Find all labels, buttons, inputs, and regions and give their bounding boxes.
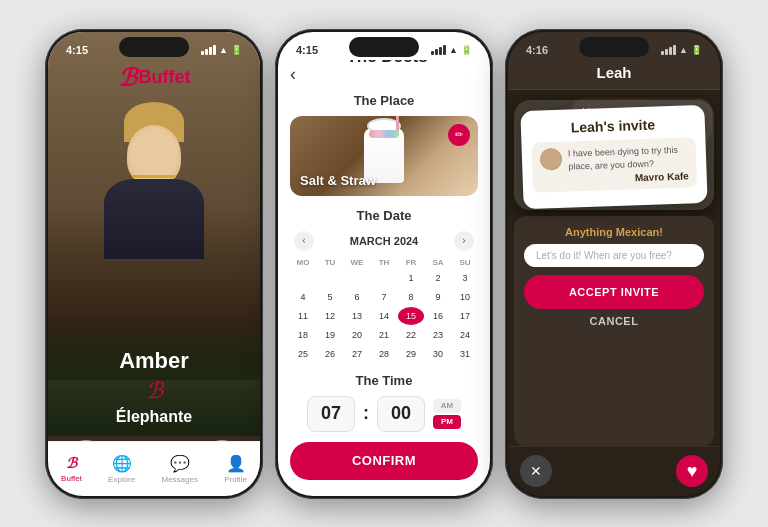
invite-msg-row: I have been dying to try this place, are… — [540, 143, 689, 186]
status-icons-3: ▲ 🔋 — [661, 45, 702, 55]
phone1-name-area: Amber ℬ Élephante — [48, 348, 260, 426]
cal-day-13[interactable]: 13 — [344, 307, 370, 325]
cal-day-23[interactable]: 23 — [425, 326, 451, 344]
time-3: 4:16 — [526, 44, 548, 56]
shoulders — [104, 179, 204, 259]
invite-card: Leah's invite I have been dying to try t… — [520, 104, 707, 209]
phone-1: 4:15 ▲ 🔋 ℬ Buffet — [45, 29, 263, 499]
phone3-close-button[interactable]: ✕ — [520, 455, 552, 487]
confirm-button[interactable]: CONFIRM — [290, 442, 478, 480]
cal-day-20[interactable]: 20 — [344, 326, 370, 344]
buffet-text: Buffet — [139, 67, 191, 88]
cal-day-2[interactable]: 2 — [425, 269, 451, 287]
cal-day-17[interactable]: 17 — [452, 307, 478, 325]
phone3-bottom-bar: ✕ ♥ — [508, 446, 720, 496]
nav-buffet[interactable]: ℬ Buffet — [61, 455, 82, 483]
cal-day-8[interactable]: 8 — [398, 288, 424, 306]
cal-day-7[interactable]: 7 — [371, 288, 397, 306]
cal-day-29[interactable]: 29 — [398, 345, 424, 363]
bottom-nav: ℬ Buffet 🌐 Explore 💬 Messages 👤 Profile — [48, 441, 260, 496]
cal-day-24[interactable]: 24 — [452, 326, 478, 344]
place-card[interactable]: Salt & Straw ✏ — [290, 116, 478, 196]
anything-label: Anything Mexican! — [524, 226, 704, 238]
phone3-heart-button[interactable]: ♥ — [676, 455, 708, 487]
cal-day-27[interactable]: 27 — [344, 345, 370, 363]
person-name: Amber — [48, 348, 260, 374]
invite-input[interactable]: Let's do it! When are you free? — [524, 244, 704, 267]
cal-day-28[interactable]: 28 — [371, 345, 397, 363]
invite-avatar — [540, 147, 563, 170]
time-section: 07 : 00 AM PM — [290, 396, 478, 432]
cal-day-empty — [344, 269, 370, 287]
cal-day-22[interactable]: 22 — [398, 326, 424, 344]
date-section-label: The Date — [290, 208, 478, 223]
cal-day-10[interactable]: 10 — [452, 288, 478, 306]
ampm-selector: AM PM — [433, 399, 461, 429]
cal-header-th: TH — [371, 257, 397, 268]
nav-messages[interactable]: 💬 Messages — [161, 454, 197, 484]
wifi-2: ▲ — [449, 45, 458, 55]
phone2-main: ‹ The Deets The Place — [278, 60, 490, 496]
cal-day-21[interactable]: 21 — [371, 326, 397, 344]
messages-icon: 💬 — [170, 454, 190, 473]
place-name-overlay: Salt & Straw — [300, 173, 376, 188]
cal-day-3[interactable]: 3 — [452, 269, 478, 287]
phone3-header: Leah — [508, 60, 720, 90]
cal-day-26[interactable]: 26 — [317, 345, 343, 363]
status-icons-1: ▲ 🔋 — [201, 45, 242, 55]
time-display: 07 : 00 AM PM — [290, 396, 478, 432]
cal-day-6[interactable]: 6 — [344, 288, 370, 306]
cal-header-we: WE — [344, 257, 370, 268]
cal-day-1[interactable]: 1 — [398, 269, 424, 287]
place-name: Élephante — [48, 408, 260, 426]
nav-explore[interactable]: 🌐 Explore — [108, 454, 135, 484]
pm-button[interactable]: PM — [433, 415, 461, 429]
cal-day-empty — [317, 269, 343, 287]
status-bar-1: 4:15 ▲ 🔋 — [48, 32, 260, 60]
person-figure — [94, 97, 214, 297]
dynamic-island-2 — [349, 37, 419, 57]
cancel-button[interactable]: CANCEL — [524, 315, 704, 327]
min-box[interactable]: 00 — [377, 396, 425, 432]
cal-day-12[interactable]: 12 — [317, 307, 343, 325]
wifi-icon: ▲ — [219, 45, 228, 55]
deets-title: The Deets — [296, 60, 478, 68]
profile-icon: 👤 — [226, 454, 246, 473]
phone2-nav-row: ‹ The Deets — [290, 60, 478, 89]
cal-day-4[interactable]: 4 — [290, 288, 316, 306]
cal-header-tu: TU — [317, 257, 343, 268]
cal-day-5[interactable]: 5 — [317, 288, 343, 306]
cal-day-9[interactable]: 9 — [425, 288, 451, 306]
cal-day-25[interactable]: 25 — [290, 345, 316, 363]
hour-box[interactable]: 07 — [307, 396, 355, 432]
prev-month-button[interactable]: ‹ — [294, 231, 314, 251]
cal-day-19[interactable]: 19 — [317, 326, 343, 344]
cal-day-11[interactable]: 11 — [290, 307, 316, 325]
phone-2: 4:15 ▲ 🔋 ‹ The Deets The — [275, 29, 493, 499]
calendar-header: ‹ MARCH 2024 › — [290, 231, 478, 251]
edit-badge[interactable]: ✏ — [448, 124, 470, 146]
calendar-grid: MO TU WE TH FR SA SU 1 2 — [290, 257, 478, 363]
month-label: MARCH 2024 — [350, 235, 418, 247]
cal-day-31[interactable]: 31 — [452, 345, 478, 363]
nav-profile[interactable]: 👤 Profile — [224, 454, 247, 484]
next-month-button[interactable]: › — [454, 231, 474, 251]
phone3-body: I have been dying to try this place, are… — [508, 90, 720, 446]
cal-day-18[interactable]: 18 — [290, 326, 316, 344]
cal-day-30[interactable]: 30 — [425, 345, 451, 363]
invite-msg-content: I have been dying to try this place, are… — [568, 143, 689, 185]
accept-invite-button[interactable]: ACCEPT INVITE — [524, 275, 704, 309]
place-section-label: The Place — [290, 93, 478, 108]
am-button[interactable]: AM — [433, 399, 461, 413]
buffet-nav-icon: ℬ — [66, 455, 77, 472]
explore-icon: 🌐 — [112, 454, 132, 473]
cal-day-15-today[interactable]: 15 — [398, 307, 424, 325]
time-1: 4:15 — [66, 44, 88, 56]
cal-day-16[interactable]: 16 — [425, 307, 451, 325]
phone1-header: ℬ Buffet — [48, 64, 260, 92]
invite-message-box: I have been dying to try this place, are… — [531, 137, 697, 193]
wifi-3: ▲ — [679, 45, 688, 55]
cal-day-14[interactable]: 14 — [371, 307, 397, 325]
buffet-logo: ℬ Buffet — [48, 64, 260, 92]
battery-3: 🔋 — [691, 45, 702, 55]
